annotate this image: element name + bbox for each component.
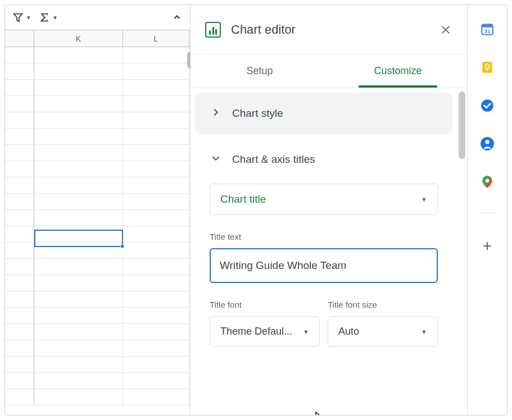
svg-point-9: [486, 179, 490, 183]
toolbar: ▼ ▼: [5, 5, 190, 30]
svg-rect-5: [486, 68, 488, 70]
tab-setup[interactable]: Setup: [191, 54, 329, 88]
dropdown-value: Chart title: [220, 193, 266, 206]
spreadsheet-area: ▼ ▼ K L: [5, 5, 191, 415]
maps-icon: [480, 175, 495, 189]
calendar-icon: 31: [480, 22, 495, 36]
title-text-label: Title text: [210, 232, 438, 241]
chevron-down-icon: [171, 11, 183, 24]
column-headers: K L: [5, 30, 190, 47]
side-panel-rail: 31: [468, 5, 507, 415]
contacts-icon: [480, 136, 495, 151]
dropdown-caret-icon: ▼: [26, 15, 31, 21]
chevron-right-icon: [210, 106, 222, 121]
dropdown-value: Theme Defaul...: [220, 326, 292, 337]
editor-body: Chart style Chart & axis titles Chart ti…: [191, 88, 467, 415]
dropdown-caret-icon: ▼: [421, 328, 427, 335]
tasks-app-button[interactable]: [480, 98, 495, 113]
dropdown-value: Auto: [338, 326, 359, 337]
section-title: Chart & axis titles: [232, 153, 315, 166]
title-font-dropdown[interactable]: Theme Defaul... ▼: [210, 316, 320, 347]
maps-app-button[interactable]: [480, 175, 495, 189]
functions-button[interactable]: ▼: [37, 9, 59, 26]
tab-customize[interactable]: Customize: [329, 54, 467, 88]
tasks-icon: [480, 98, 495, 113]
column-header-l[interactable]: L: [123, 30, 189, 47]
chart-editor-panel: Chart editor Setup Customize Chart style: [191, 5, 468, 415]
close-button[interactable]: [439, 23, 452, 36]
rail-divider: [479, 213, 496, 213]
keep-app-button[interactable]: [480, 60, 495, 75]
editor-header: Chart editor: [191, 5, 467, 54]
editor-title: Chart editor: [231, 22, 429, 37]
svg-rect-1: [482, 24, 493, 27]
title-selector-dropdown[interactable]: Chart title ▼: [210, 184, 438, 215]
section-chart-axis-titles: Chart & axis titles Chart title ▼ Title …: [195, 139, 452, 353]
dropdown-caret-icon: ▼: [303, 328, 309, 335]
dropdown-caret-icon: ▼: [52, 15, 58, 21]
chart-editor-icon: [205, 22, 221, 38]
title-font-label: Title font: [210, 300, 320, 309]
filter-icon: [12, 11, 24, 24]
title-text-input[interactable]: [210, 248, 438, 283]
collapse-toolbar-button[interactable]: [170, 9, 184, 26]
section-header-chart-axis[interactable]: Chart & axis titles: [210, 152, 438, 167]
svg-text:31: 31: [484, 28, 491, 34]
title-font-size-dropdown[interactable]: Auto ▼: [328, 316, 438, 347]
contacts-app-button[interactable]: [480, 136, 495, 151]
add-addon-button[interactable]: +: [483, 237, 492, 255]
editor-scrollbar[interactable]: [459, 92, 465, 159]
section-chart-style[interactable]: Chart style: [195, 93, 452, 134]
keep-icon: [480, 60, 495, 75]
mouse-cursor-icon: [315, 412, 325, 415]
sigma-icon: [38, 11, 51, 24]
select-all-corner[interactable]: [5, 30, 34, 47]
close-icon: [439, 24, 452, 36]
chevron-down-icon: [210, 152, 222, 167]
calendar-app-button[interactable]: 31: [480, 22, 495, 36]
svg-point-8: [485, 140, 490, 144]
filter-button[interactable]: ▼: [11, 9, 33, 26]
column-header-k[interactable]: K: [34, 30, 123, 47]
cell-grid[interactable]: [5, 47, 190, 415]
section-title: Chart style: [232, 107, 283, 120]
editor-tabs: Setup Customize: [191, 54, 467, 88]
dropdown-caret-icon: ▼: [421, 196, 427, 203]
title-font-size-label: Title font size: [328, 300, 438, 309]
svg-point-6: [481, 99, 493, 112]
